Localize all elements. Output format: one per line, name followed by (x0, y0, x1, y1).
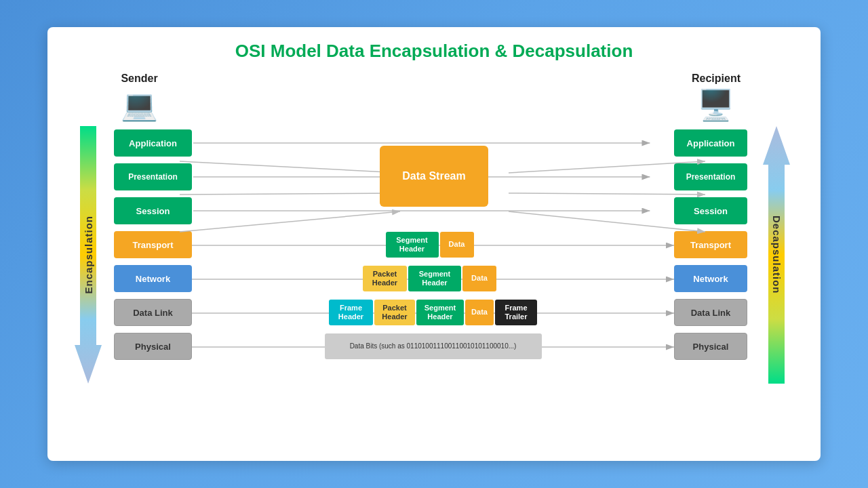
sender-label: Sender (121, 73, 157, 85)
application-layer-left: Application (114, 129, 192, 157)
page-title: OSI Model Data Encapsulation & Decapsula… (68, 41, 800, 62)
encapsulation-label: Encapsulation (83, 216, 94, 294)
frame-trailer-box: Frame Trailer (495, 300, 537, 325)
network-layer-right: Network (674, 265, 747, 292)
transport-layer-left: Transport (114, 231, 192, 258)
physical-bits-box: Data Bits (such as 011010011100110010101… (325, 333, 542, 359)
session-layer-left: Session (114, 197, 192, 224)
network-row: Network Packet Header Segment Header Dat… (114, 264, 747, 293)
packet-header-box-network: Packet Header (363, 266, 407, 291)
main-card: OSI Model Data Encapsulation & Decapsula… (47, 27, 821, 461)
transport-row: Transport Segment Header Data (114, 230, 747, 260)
transport-layer-right: Transport (674, 231, 747, 258)
application-layer-right: Application (674, 129, 747, 157)
segment-header-box-transport: Segment Header (386, 232, 439, 258)
data-box-network: Data (462, 266, 496, 291)
sender-actor: Sender 💻 (121, 73, 158, 123)
data-stream-box: Data Stream (380, 146, 488, 207)
packet-header-box-datalink: Packet Header (374, 300, 415, 325)
monitor-icon: 🖥️ (697, 87, 734, 123)
segment-header-box-network: Segment Header (408, 266, 461, 291)
network-layer-left: Network (114, 265, 192, 292)
datalink-layer-left: Data Link (114, 299, 192, 326)
recipient-actor: Recipient 🖥️ (692, 73, 741, 123)
data-box-datalink: Data (465, 300, 494, 325)
presentation-layer-right: Presentation (674, 163, 747, 190)
physical-layer-right: Physical (674, 333, 747, 360)
datalink-layer-right: Data Link (674, 299, 747, 326)
laptop-icon: 💻 (121, 87, 158, 123)
session-layer-right: Session (674, 197, 747, 224)
physical-layer-left: Physical (114, 333, 192, 360)
data-box-transport: Data (440, 232, 474, 258)
actors-row: Sender 💻 Recipient 🖥️ (114, 68, 747, 123)
data-stream-container: Data Stream (380, 146, 488, 207)
decapsulation-column: Decapsulation (753, 68, 800, 441)
datalink-row: Data Link Frame Header Packet Header Seg… (114, 298, 747, 327)
decapsulation-label: Decapsulation (771, 216, 783, 294)
encapsulation-column: Encapsulation (68, 68, 108, 441)
recipient-label: Recipient (692, 73, 741, 85)
physical-row: Physical Data Bits (such as 011010011100… (114, 331, 747, 361)
segment-header-box-datalink: Segment Header (416, 300, 464, 325)
presentation-layer-left: Presentation (114, 163, 192, 190)
frame-header-box: Frame Header (329, 300, 373, 325)
